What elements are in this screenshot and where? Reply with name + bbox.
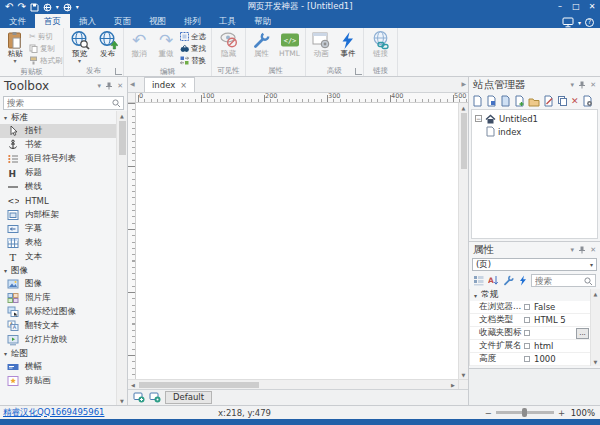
zoom-in-icon[interactable]: + bbox=[558, 408, 565, 418]
scrollbar-thumb[interactable] bbox=[139, 382, 259, 388]
panel-menu-icon[interactable]: ▾ bbox=[571, 81, 575, 89]
toolbox-item-table[interactable]: 表格 bbox=[0, 236, 116, 250]
object-selector-dropdown[interactable]: (页) ▾ bbox=[472, 258, 597, 271]
properties-button[interactable]: 属性 bbox=[248, 29, 275, 58]
select-all-button[interactable]: 全选 bbox=[180, 31, 209, 42]
toolbox-menu-icon[interactable]: ▾ bbox=[98, 82, 102, 90]
vertical-scrollbar[interactable]: ▲ ▼ bbox=[458, 103, 468, 379]
html-button[interactable]: </> HTML bbox=[276, 29, 303, 58]
zoom-slider-thumb[interactable] bbox=[522, 408, 527, 417]
format-painter-button[interactable]: 格式刷 bbox=[29, 55, 61, 66]
property-row[interactable]: 文件扩展名 html bbox=[470, 340, 590, 353]
redo-button[interactable]: ↷ 重做 bbox=[153, 29, 179, 58]
minimize-button[interactable]: – bbox=[552, 0, 568, 14]
zoom-slider[interactable] bbox=[496, 411, 554, 414]
publish-dialog-launcher-icon[interactable] bbox=[115, 68, 122, 75]
add-page-icon[interactable] bbox=[514, 95, 525, 107]
toolbox-item-iframe[interactable]: 内部框架 bbox=[0, 208, 116, 222]
publish-button[interactable]: 发布 bbox=[94, 29, 121, 58]
toolbox-item-image[interactable]: 图像 bbox=[0, 277, 116, 291]
scroll-left-icon[interactable]: ◀ bbox=[128, 380, 138, 389]
sort-az-icon[interactable]: A bbox=[488, 275, 499, 286]
toolbox-item-rollover-text[interactable]: AA翻转文本 bbox=[0, 319, 116, 333]
toolbox-item-rollover-image[interactable]: 鼠标经过图像 bbox=[0, 305, 116, 319]
tab-view[interactable]: 视图 bbox=[140, 14, 175, 28]
tab-home[interactable]: 首页 bbox=[35, 14, 70, 28]
toolbox-scrollbar[interactable]: ▲ ▼ bbox=[116, 111, 127, 405]
property-row[interactable]: 在浏览器... False bbox=[470, 301, 590, 314]
events-button[interactable]: 事件 bbox=[335, 29, 361, 58]
toolbox-item-pointer[interactable]: 指针 bbox=[0, 124, 116, 138]
toolbox-item-bulleted-list[interactable]: 项目符号列表 bbox=[0, 152, 116, 166]
tab-file[interactable]: 文件 bbox=[0, 14, 35, 28]
manage-breakpoints-icon[interactable] bbox=[149, 392, 161, 403]
property-row[interactable]: 收藏夹图标 ... bbox=[470, 327, 590, 340]
scroll-up-icon[interactable]: ▲ bbox=[459, 103, 468, 112]
scroll-up-icon[interactable]: ▲ bbox=[591, 289, 600, 298]
toolbox-section-drawing[interactable]: ▾绘图 bbox=[0, 347, 116, 360]
replace-button[interactable]: 替换 bbox=[180, 55, 209, 66]
undo-button[interactable]: ↶ 撤消 bbox=[126, 29, 152, 58]
tree-collapse-icon[interactable]: − bbox=[475, 115, 482, 122]
localization-credit-link[interactable]: 精睿汉化QQ1669495961 bbox=[3, 407, 104, 419]
toolbox-item-slideshow[interactable]: 幻灯片放映 bbox=[0, 333, 116, 347]
browse-button[interactable]: ... bbox=[576, 328, 589, 339]
animation-button[interactable]: 动画 bbox=[308, 29, 334, 58]
categorized-view-icon[interactable] bbox=[473, 275, 484, 286]
properties-scrollbar[interactable]: ▲ ▼ bbox=[590, 289, 600, 366]
delete-page-icon[interactable]: ✕ bbox=[571, 96, 579, 106]
tab-page[interactable]: 页面 bbox=[105, 14, 140, 28]
scroll-right-icon[interactable]: ▶ bbox=[448, 380, 458, 389]
scrollbar-thumb[interactable] bbox=[461, 113, 467, 169]
save-icon[interactable] bbox=[30, 3, 39, 12]
events-icon[interactable] bbox=[518, 275, 527, 286]
page-properties-icon[interactable] bbox=[582, 95, 593, 107]
tab-scroll-left-icon[interactable]: ◀ bbox=[130, 80, 135, 87]
tab-close-icon[interactable]: × bbox=[180, 81, 187, 90]
panel-close-icon[interactable]: ✕ bbox=[590, 246, 596, 254]
new-folder-icon[interactable] bbox=[528, 96, 540, 107]
tab-help[interactable]: 帮助 bbox=[245, 14, 280, 28]
toolbox-item-text[interactable]: T文本 bbox=[0, 250, 116, 264]
horizontal-scrollbar[interactable]: ◀ ▶ bbox=[128, 379, 468, 389]
breakpoint-default-tab[interactable]: Default bbox=[165, 391, 212, 404]
add-breakpoint-icon[interactable] bbox=[133, 392, 145, 403]
device-preview-icon[interactable] bbox=[562, 17, 574, 28]
tree-node-root[interactable]: − Untitled1 bbox=[472, 112, 597, 125]
device-dropdown-icon[interactable]: ▾ bbox=[578, 19, 581, 26]
zoom-out-icon[interactable]: − bbox=[485, 408, 492, 418]
property-section-general[interactable]: ▾常规 bbox=[470, 289, 590, 301]
new-master-page-icon[interactable] bbox=[486, 95, 497, 107]
tab-arrange[interactable]: 排列 bbox=[175, 14, 210, 28]
tab-insert[interactable]: 插入 bbox=[70, 14, 105, 28]
toolbox-item-heading[interactable]: H标题 bbox=[0, 166, 116, 180]
open-page-icon[interactable] bbox=[500, 95, 511, 107]
customize-qat-icon[interactable]: ▾ bbox=[76, 2, 79, 12]
property-row[interactable]: 文档类型 HTML 5 bbox=[470, 314, 590, 327]
advanced-dialog-launcher-icon[interactable] bbox=[355, 68, 362, 75]
toolbox-section-standard[interactable]: ▾标准 bbox=[0, 111, 116, 124]
panel-close-icon[interactable]: ✕ bbox=[590, 81, 596, 89]
scroll-down-icon[interactable]: ▼ bbox=[117, 396, 127, 405]
cut-button[interactable]: ✂剪切 bbox=[29, 31, 61, 42]
toolbox-search-input[interactable] bbox=[4, 97, 123, 109]
scroll-up-icon[interactable]: ▲ bbox=[117, 111, 127, 120]
toolbox-item-horizontal-line[interactable]: 横线 bbox=[0, 180, 116, 194]
clone-page-icon[interactable] bbox=[557, 95, 568, 107]
close-button[interactable]: ✕ bbox=[584, 0, 600, 14]
scroll-down-icon[interactable]: ▼ bbox=[591, 357, 600, 366]
paste-button[interactable]: 粘贴 ▾ bbox=[2, 29, 28, 64]
new-page-icon[interactable] bbox=[472, 95, 483, 107]
tab-scroll-right-icon[interactable]: ▶ bbox=[461, 80, 466, 87]
toolbox-item-marquee[interactable]: 字幕 bbox=[0, 222, 116, 236]
toolbox-item-photo-gallery[interactable]: 照片库 bbox=[0, 291, 116, 305]
pin-icon[interactable] bbox=[578, 246, 586, 254]
preview-dropdown-icon[interactable]: ▾ bbox=[56, 2, 59, 12]
rename-page-icon[interactable] bbox=[543, 95, 554, 107]
toolbox-section-images[interactable]: ▾图像 bbox=[0, 264, 116, 277]
maximize-button[interactable]: □ bbox=[568, 0, 584, 14]
redo-icon[interactable]: ↷ bbox=[17, 2, 25, 12]
tree-node-index[interactable]: index bbox=[472, 125, 597, 138]
help-icon[interactable]: ? bbox=[585, 18, 594, 27]
pin-icon[interactable] bbox=[578, 81, 586, 89]
